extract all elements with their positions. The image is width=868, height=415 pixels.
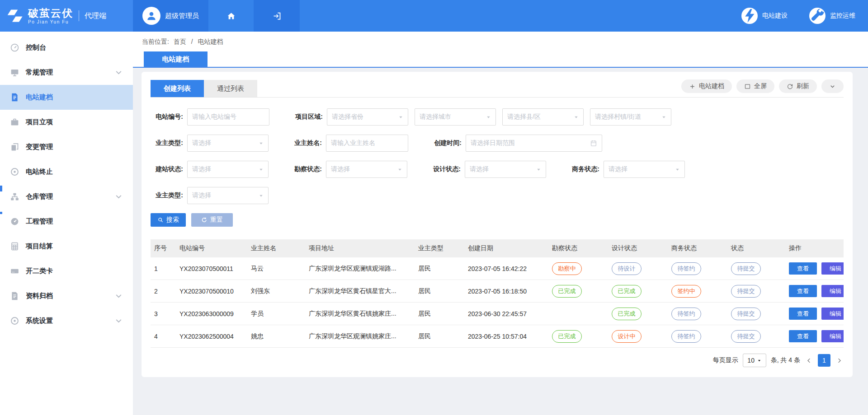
filter-select[interactable]: 请选择村镇/街道: [590, 108, 671, 126]
filter-select[interactable]: 请选择: [187, 161, 269, 178]
status-badge: 勘察中: [552, 262, 582, 275]
filter-group: 电站编号:请输入电站编号: [151, 108, 269, 126]
sidebar-item-calculator[interactable]: 项目结算: [0, 234, 133, 259]
sidebar-item-label: 变更管理: [26, 143, 53, 151]
reset-button[interactable]: 重置: [191, 213, 233, 227]
caret-icon: [398, 115, 403, 120]
cell-business-status: 签约中: [668, 280, 727, 303]
settings-icon: [9, 316, 20, 326]
view-button[interactable]: 查看: [789, 330, 817, 342]
status-badge: 待提交: [731, 262, 761, 275]
sidebar-item-document[interactable]: 电站建档: [0, 85, 133, 110]
sidebar-item-gauge[interactable]: 工程管理: [0, 209, 133, 234]
cell-actions: 查看编辑作废: [785, 325, 844, 348]
sidebar-item-copy[interactable]: 变更管理: [0, 135, 133, 159]
toolbar-plus-button[interactable]: 电站建档: [681, 79, 732, 93]
search-button[interactable]: 搜索: [151, 213, 186, 227]
edit-button[interactable]: 编辑: [821, 285, 844, 297]
nav-label: 监控运维: [830, 12, 855, 20]
home-button[interactable]: [208, 0, 254, 32]
breadcrumb-home-link[interactable]: 首页: [174, 38, 186, 45]
filter-select[interactable]: 请选择: [326, 161, 407, 178]
nav-lightning[interactable]: 电站建设: [741, 8, 788, 24]
placeholder-text: 请选择: [470, 165, 489, 173]
placeholder-text: 请选择村镇/街道: [595, 113, 641, 121]
filter-select[interactable]: 请选择: [187, 135, 269, 152]
cell-design-status: 已完成: [608, 303, 668, 325]
page-size-select[interactable]: 10: [743, 354, 766, 367]
next-page-button[interactable]: [835, 357, 844, 364]
prev-page-button[interactable]: [805, 357, 813, 364]
filter-actions: 搜索 重置: [151, 213, 844, 227]
sidebar-item-sitemap[interactable]: 仓库管理: [0, 184, 133, 209]
status-badge: 待提交: [731, 308, 761, 320]
edit-button[interactable]: 编辑: [821, 330, 844, 342]
cell-created-date: 2023-07-05 16:42:22: [464, 257, 548, 280]
logo-text: 破茧云伏 Po Jian Yun Fu: [28, 7, 73, 24]
filter-group: 勘察状态:请选择: [289, 161, 407, 178]
cell-status: 待提交: [727, 325, 785, 348]
cell-address: 广东深圳龙华区观澜镇观湖路...: [305, 257, 415, 280]
status-badge: 待提交: [731, 285, 761, 298]
sidebar-item-archive[interactable]: 资料归档: [0, 284, 133, 308]
filter-row: 业主类型:请选择: [151, 187, 844, 204]
toolbar-fullscreen-button[interactable]: 全屏: [736, 79, 774, 93]
cell-business-status: 待签约: [668, 325, 727, 348]
view-button[interactable]: 查看: [789, 285, 817, 297]
sidebar-item-settings[interactable]: 系统设置: [0, 308, 133, 333]
column-header: 业主类型: [415, 239, 464, 257]
filter-select[interactable]: 请选择省份: [327, 108, 408, 126]
filter-input[interactable]: 请输入电站编号: [187, 108, 269, 126]
placeholder-text: 请选择县/区: [507, 113, 541, 121]
nav-wrench[interactable]: 监控运维: [809, 8, 855, 24]
user-menu[interactable]: 超级管理员: [133, 0, 208, 32]
toolbar-refresh-button[interactable]: 刷新: [779, 79, 817, 93]
sidebar-item-target[interactable]: 电站终止: [0, 159, 133, 184]
cell-index: 3: [151, 303, 176, 325]
cell-address: 广东深圳龙华区观澜镇姚家庄...: [305, 325, 415, 348]
edit-button[interactable]: 编辑: [821, 308, 844, 320]
sidebar-item-label: 仓库管理: [26, 192, 53, 201]
pagination: 每页显示 10 条, 共 4 条 1: [151, 354, 844, 367]
filter-label: 商务状态:: [567, 165, 599, 173]
cell-owner-name: 刘强东: [247, 280, 305, 303]
cell-owner-type: 居民: [415, 257, 464, 280]
list-tab-passed[interactable]: 通过列表: [204, 80, 257, 97]
filter-select[interactable]: 请选择: [187, 187, 269, 204]
reset-icon: [201, 217, 208, 223]
document-icon: [9, 93, 20, 102]
filter-group: 业主类型:请选择: [151, 187, 269, 204]
view-button[interactable]: 查看: [789, 308, 817, 320]
table-row: 4YX2023062500004姚忠广东深圳龙华区观澜镇姚家庄...居民2023…: [151, 325, 844, 348]
filter-select[interactable]: 请选择: [604, 161, 685, 178]
cell-created-date: 2023-06-25 10:57:04: [464, 325, 548, 348]
sidebar-item-label: 系统设置: [26, 317, 53, 325]
sidebar-item-monitor[interactable]: 常规管理: [0, 60, 133, 85]
placeholder-text: 请选择城市: [420, 113, 451, 121]
filter-date-range-picker[interactable]: 请选择日期范围: [466, 135, 602, 152]
placeholder-text: 请选择: [331, 165, 350, 173]
filter-label: 业主类型:: [151, 191, 183, 200]
toolbar-chevron-down-button[interactable]: [821, 79, 844, 93]
page-tab[interactable]: 电站建档: [144, 51, 208, 67]
filter-select[interactable]: 请选择城市: [415, 108, 496, 126]
filter-select[interactable]: 请选择: [465, 161, 546, 178]
cell-address: 广东深圳龙华区黄石镇姚家庄...: [305, 303, 415, 325]
status-badge: 待签约: [671, 262, 701, 275]
search-icon: [157, 217, 164, 223]
logout-button[interactable]: [254, 0, 300, 32]
sidebar-item-card[interactable]: 开二类卡: [0, 259, 133, 284]
filter-label: 勘察状态:: [289, 165, 322, 173]
sidebar-item-briefcase[interactable]: 项目立项: [0, 110, 133, 135]
briefcase-icon: [9, 117, 20, 127]
cell-actions: 查看编辑作废: [785, 280, 844, 303]
page-1-button[interactable]: 1: [818, 354, 830, 367]
edit-button[interactable]: 编辑: [821, 262, 844, 275]
person-icon: [146, 10, 157, 22]
filter-select[interactable]: 请选择县/区: [502, 108, 584, 126]
view-button[interactable]: 查看: [789, 262, 817, 275]
sidebar-item-dashboard[interactable]: 控制台: [0, 35, 133, 60]
filter-input[interactable]: 请输入业主姓名: [326, 135, 408, 152]
status-badge: 已完成: [612, 308, 642, 320]
list-tab-created[interactable]: 创建列表: [151, 80, 204, 97]
